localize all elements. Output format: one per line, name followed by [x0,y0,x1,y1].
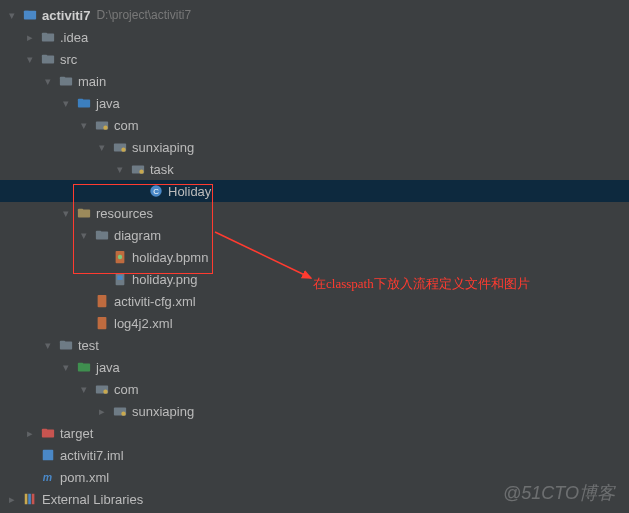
chevron-down-icon[interactable] [58,359,74,375]
node-java[interactable]: java [0,92,629,114]
node-label: .idea [60,30,88,45]
svg-rect-9 [78,99,83,102]
node-label: java [96,96,120,111]
chevron-down-icon[interactable] [58,95,74,111]
node-label: resources [96,206,153,221]
svg-rect-41 [28,494,31,505]
svg-point-35 [121,411,125,415]
folder-icon [58,73,74,89]
node-label: sunxiaping [132,140,194,155]
svg-point-15 [139,169,143,173]
svg-rect-21 [96,231,101,234]
node-test-com[interactable]: com [0,378,629,400]
node-label: test [78,338,99,353]
svg-point-11 [103,125,107,129]
node-main[interactable]: main [0,70,629,92]
node-label: log4j2.xml [114,316,173,331]
node-target[interactable]: target [0,422,629,444]
chevron-down-icon[interactable] [58,205,74,221]
node-label: com [114,118,139,133]
node-idea[interactable]: .idea [0,26,629,48]
node-label: Holiday [168,184,211,199]
node-holiday-png[interactable]: holiday.png [0,268,629,290]
node-test-sunxiaping[interactable]: sunxiaping [0,400,629,422]
project-path: D:\project\activiti7 [96,8,191,22]
project-icon [22,7,38,23]
node-test[interactable]: test [0,334,629,356]
node-com[interactable]: com [0,114,629,136]
chevron-down-icon[interactable] [112,161,128,177]
chevron-down-icon[interactable] [22,51,38,67]
package-icon [112,403,128,419]
node-label: java [96,360,120,375]
svg-rect-27 [98,317,107,329]
chevron-down-icon[interactable] [4,7,20,23]
node-project-root[interactable]: activiti7 D:\project\activiti7 [0,4,629,26]
node-resources[interactable]: resources [0,202,629,224]
node-iml[interactable]: activiti7.iml [0,444,629,466]
chevron-right-icon[interactable] [22,425,38,441]
node-label: External Libraries [42,492,143,507]
node-label: pom.xml [60,470,109,485]
node-src[interactable]: src [0,48,629,70]
svg-point-23 [118,255,122,259]
xml-file-icon [94,293,110,309]
resources-folder-icon [76,205,92,221]
package-icon [94,381,110,397]
package-icon [112,139,128,155]
chevron-down-icon[interactable] [76,381,92,397]
source-folder-icon [76,95,92,111]
chevron-right-icon[interactable] [94,403,110,419]
svg-text:m: m [43,471,52,483]
excluded-folder-icon [40,425,56,441]
node-label: src [60,52,77,67]
package-icon [94,117,110,133]
project-tree[interactable]: activiti7 D:\project\activiti7 .idea src… [0,0,629,513]
svg-point-33 [103,389,107,393]
chevron-down-icon[interactable] [94,139,110,155]
svg-text:C: C [153,187,159,196]
node-label: main [78,74,106,89]
node-holiday-class[interactable]: C Holiday [0,180,629,202]
node-label: diagram [114,228,161,243]
class-icon: C [148,183,164,199]
image-file-icon [112,271,128,287]
node-diagram[interactable]: diagram [0,224,629,246]
chevron-down-icon[interactable] [40,73,56,89]
chevron-right-icon[interactable] [22,29,38,45]
library-icon [22,491,38,507]
svg-rect-40 [25,494,28,505]
node-holiday-bpmn[interactable]: holiday.bpmn [0,246,629,268]
chevron-down-icon[interactable] [76,227,92,243]
node-label: holiday.bpmn [132,250,208,265]
svg-point-13 [121,147,125,151]
svg-rect-29 [60,341,65,344]
node-task[interactable]: task [0,158,629,180]
svg-rect-38 [43,450,54,461]
maven-file-icon: m [40,469,56,485]
module-file-icon [40,447,56,463]
svg-rect-26 [98,295,107,307]
package-icon [130,161,146,177]
watermark: @51CTO博客 [503,481,615,505]
svg-rect-31 [78,363,83,366]
node-label: activiti-cfg.xml [114,294,196,309]
chevron-down-icon[interactable] [76,117,92,133]
node-test-java[interactable]: java [0,356,629,378]
node-label: sunxiaping [132,404,194,419]
folder-icon [58,337,74,353]
node-label: activiti7.iml [60,448,124,463]
folder-icon [94,227,110,243]
svg-rect-42 [32,494,35,505]
chevron-right-icon[interactable] [4,491,20,507]
chevron-down-icon[interactable] [40,337,56,353]
node-activiti-cfg[interactable]: activiti-cfg.xml [0,290,629,312]
svg-rect-19 [78,209,83,212]
svg-rect-5 [42,55,47,58]
test-source-folder-icon [76,359,92,375]
node-log4j2[interactable]: log4j2.xml [0,312,629,334]
svg-rect-7 [60,77,65,80]
svg-rect-3 [42,33,47,36]
node-sunxiaping[interactable]: sunxiaping [0,136,629,158]
node-label: target [60,426,93,441]
